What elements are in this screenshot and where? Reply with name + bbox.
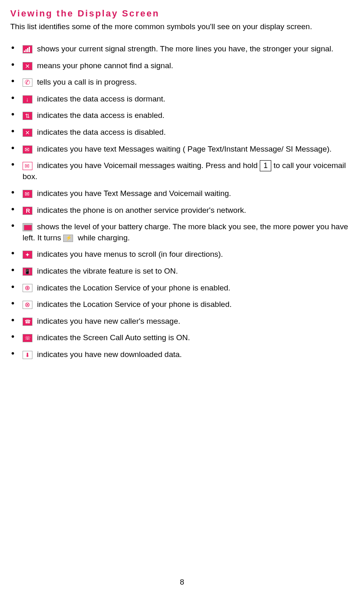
item-text: indicates you have new caller's message. bbox=[35, 317, 180, 325]
list-item: means your phone cannot find a signal. bbox=[23, 60, 354, 71]
item-text: indicates the phone is on another servic… bbox=[35, 206, 246, 214]
no-signal-icon bbox=[23, 62, 32, 70]
screen-call-icon bbox=[23, 334, 32, 342]
list-item: indicates you have menus to scroll (in f… bbox=[23, 249, 354, 260]
list-item: indicates the vibrate feature is set to … bbox=[23, 266, 354, 277]
data-enabled-icon bbox=[23, 112, 32, 120]
data-dormant-icon bbox=[23, 95, 32, 104]
list-item: tells you a call is in progress. bbox=[23, 77, 354, 88]
list-item: shows the level of your battery charge. … bbox=[23, 221, 354, 243]
page-number: 8 bbox=[180, 578, 184, 587]
text-messages-icon bbox=[23, 145, 32, 154]
item-text: indicates you have new downloaded data. bbox=[35, 350, 182, 359]
location-off-icon bbox=[23, 301, 32, 309]
download-icon bbox=[23, 351, 32, 359]
scroll-icon bbox=[23, 251, 32, 259]
item-text: indicates the Location Service of your p… bbox=[35, 300, 232, 309]
call-progress-icon bbox=[23, 78, 32, 87]
list-item: indicates the Screen Call Auto setting i… bbox=[23, 332, 354, 343]
item-text: indicates the data access is dormant. bbox=[35, 94, 165, 103]
list-item: indicates the data access is dormant. bbox=[23, 94, 354, 105]
list-item: indicates you have new downloaded data. bbox=[23, 349, 354, 360]
item-text: while charging. bbox=[76, 233, 130, 242]
battery-icon bbox=[23, 223, 32, 231]
list-item: indicates you have new caller's message. bbox=[23, 316, 354, 327]
caller-message-icon bbox=[23, 318, 32, 326]
item-text: means your phone cannot find a signal. bbox=[35, 61, 173, 70]
item-text: indicates the Screen Call Auto setting i… bbox=[35, 333, 190, 342]
list-item: indicates the Location Service of your p… bbox=[23, 283, 354, 294]
item-text: indicates you have text Messages waiting… bbox=[35, 145, 332, 153]
list-item: indicates the data access is enabled. bbox=[23, 110, 354, 121]
page-title: Viewing the Display Screen bbox=[10, 8, 354, 19]
vibrate-icon bbox=[23, 267, 32, 276]
list-item: indicates you have text Messages waiting… bbox=[23, 144, 354, 155]
roaming-icon bbox=[23, 207, 32, 215]
symbol-list: shows your current signal strength. The … bbox=[10, 44, 354, 360]
key-1: 1 bbox=[260, 160, 271, 171]
item-text: indicates you have Voicemail messages wa… bbox=[35, 161, 260, 170]
item-text: indicates you have menus to scroll (in f… bbox=[35, 250, 223, 258]
location-on-icon bbox=[23, 284, 32, 292]
item-text: indicates the Location Service of your p… bbox=[35, 283, 230, 292]
item-text: indicates the data access is disabled. bbox=[35, 128, 166, 136]
list-item: indicates the data access is disabled. bbox=[23, 127, 354, 138]
text-voicemail-icon bbox=[23, 190, 32, 198]
item-text: indicates you have Text Message and Voic… bbox=[35, 189, 231, 198]
item-text: shows your current signal strength. The … bbox=[35, 44, 333, 53]
list-item: indicates the phone is on another servic… bbox=[23, 205, 354, 216]
list-item: indicates you have Text Message and Voic… bbox=[23, 188, 354, 199]
item-text: tells you a call is in progress. bbox=[35, 78, 137, 86]
list-item: shows your current signal strength. The … bbox=[23, 44, 354, 55]
charging-icon bbox=[63, 235, 73, 242]
list-item: indicates the Location Service of your p… bbox=[23, 299, 354, 310]
voicemail-icon bbox=[23, 162, 32, 170]
data-disabled-icon bbox=[23, 129, 32, 137]
signal-strength-icon bbox=[23, 45, 32, 53]
intro-text: This list identifies some of the more co… bbox=[10, 22, 354, 31]
item-text: indicates the vibrate feature is set to … bbox=[35, 267, 178, 275]
item-text: indicates the data access is enabled. bbox=[35, 111, 165, 120]
list-item: indicates you have Voicemail messages wa… bbox=[23, 160, 354, 182]
